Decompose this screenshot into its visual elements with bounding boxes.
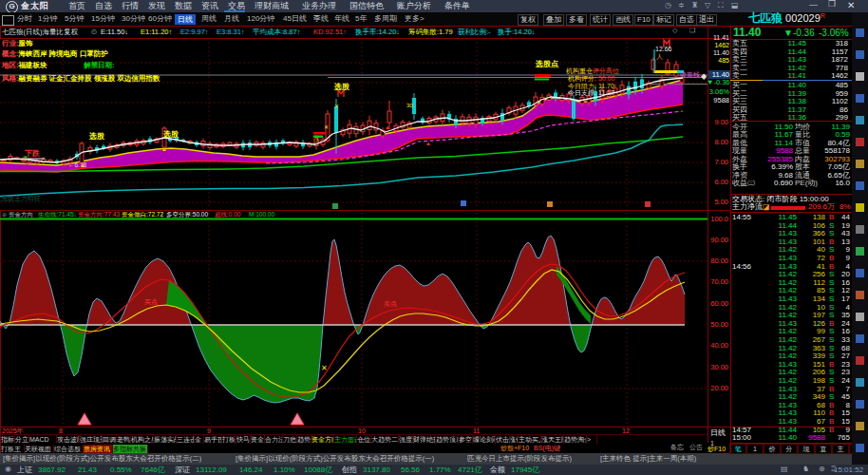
svg-text:✕: ✕ [321, 364, 328, 372]
